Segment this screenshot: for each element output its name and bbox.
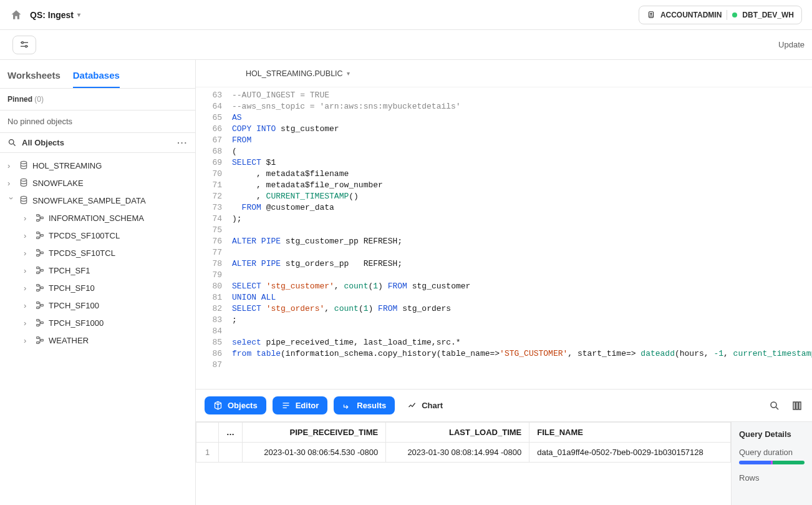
tree-schema[interactable]: ›TPCDS_SF100TCL	[0, 227, 195, 244]
code-line[interactable]: 83;	[196, 315, 812, 326]
line-number: 63	[196, 90, 232, 101]
code-line[interactable]: 70 , metadata$filename	[196, 169, 812, 180]
filter-button[interactable]	[12, 36, 36, 54]
context-pill[interactable]: ACCOUNTADMIN DBT_DEV_WH	[639, 6, 802, 24]
code-line[interactable]: 86from table(information_schema.copy_his…	[196, 348, 812, 360]
code-line[interactable]: 68(	[196, 146, 812, 157]
svg-rect-21	[41, 252, 43, 254]
tree-schema[interactable]: ›TPCH_SF1000	[0, 314, 195, 331]
code-content: --aws_sns_topic = 'arn:aws:sns:mybucketd…	[232, 101, 461, 112]
svg-point-11	[21, 179, 26, 181]
code-line[interactable]: 80SELECT 'stg_customer', count(1) FROM s…	[196, 281, 812, 292]
col-header[interactable]: PIPE_RECEIVED_TIME	[243, 423, 386, 443]
all-objects-header[interactable]: All Objects ···	[0, 133, 195, 153]
tree-schema[interactable]: ›TPCH_SF10	[0, 279, 195, 297]
worksheet-title[interactable]: QS: Ingest ▾	[30, 10, 80, 20]
code-line[interactable]: 76ALTER PIPE stg_customer_pp REFRESH;	[196, 236, 812, 247]
code-line[interactable]: 87	[196, 360, 812, 371]
objects-button[interactable]: Objects	[205, 396, 266, 414]
tree-label: HOL_STREAMING	[32, 161, 102, 170]
code-line[interactable]: 85select pipe_received_time, last_load_t…	[196, 337, 812, 348]
code-line[interactable]: 81UNION ALL	[196, 292, 812, 303]
tab-databases[interactable]: Databases	[73, 66, 120, 88]
code-line[interactable]: 64--aws_sns_topic = 'arn:aws:sns:mybucke…	[196, 101, 812, 112]
svg-rect-33	[41, 322, 43, 324]
code-line[interactable]: 67FROM	[196, 135, 812, 146]
line-number: 85	[196, 337, 232, 348]
svg-rect-14	[37, 220, 39, 222]
svg-line-9	[13, 144, 15, 145]
query-details-title: Query Details	[739, 429, 805, 439]
svg-rect-24	[41, 270, 43, 272]
code-content: , metadata$file_row_number	[232, 180, 383, 191]
table-row[interactable]: 1 2023-01-30 08:06:54.530 -0800 2023-01-…	[196, 443, 731, 463]
code-line[interactable]: 66COPY INTO stg_customer	[196, 124, 812, 135]
tree-schema[interactable]: ›INFORMATION_SCHEMA	[0, 209, 195, 227]
svg-rect-36	[41, 340, 43, 341]
tree-db-hol-streaming[interactable]: › HOL_STREAMING	[0, 157, 195, 174]
code-line[interactable]: 77	[196, 247, 812, 258]
code-line[interactable]: 79	[196, 270, 812, 281]
svg-rect-28	[37, 302, 39, 304]
col-header[interactable]: LAST_LOAD_TIME	[386, 423, 529, 443]
chevron-right-icon: ›	[24, 213, 31, 223]
sidebar: Worksheets Databases Pinned (0) No pinne…	[0, 60, 196, 505]
tree-schema[interactable]: ›TPCDS_SF10TCL	[0, 244, 195, 262]
tree-db-snowflake[interactable]: › SNOWFLAKE	[0, 174, 195, 192]
svg-rect-35	[37, 342, 39, 344]
tree-db-sample-data[interactable]: › SNOWFLAKE_SAMPLE_DATA	[0, 192, 195, 209]
code-line[interactable]: 63--AUTO_INGEST = TRUE	[196, 90, 812, 101]
tree-label: WEATHER	[49, 336, 89, 345]
editor-button[interactable]: Editor	[273, 396, 328, 414]
more-icon[interactable]: ···	[177, 138, 188, 147]
code-line[interactable]: 69SELECT $1	[196, 157, 812, 169]
tree-label: TPCDS_SF10TCL	[49, 248, 115, 258]
context-db-schema: HOL_STREAMING.PUBLIC	[246, 69, 343, 78]
results-table[interactable]: … PIPE_RECEIVED_TIME LAST_LOAD_TIME FILE…	[196, 422, 731, 505]
chevron-right-icon: ›	[24, 283, 31, 293]
lines-icon	[281, 401, 291, 410]
search-icon[interactable]	[7, 138, 17, 147]
col-header[interactable]: FILE_NAME	[529, 423, 731, 443]
code-content: , metadata$filename	[232, 169, 349, 180]
code-line[interactable]: 78ALTER PIPE stg_orders_pp REFRESH;	[196, 258, 812, 270]
search-icon[interactable]	[768, 400, 781, 412]
column-menu-header[interactable]: …	[219, 423, 243, 443]
code-line[interactable]: 74);	[196, 213, 812, 225]
columns-icon[interactable]	[791, 400, 803, 412]
home-icon[interactable]	[10, 9, 22, 21]
pinned-label: Pinned	[7, 95, 32, 104]
database-icon	[19, 195, 29, 205]
code-content: --AUTO_INGEST = TRUE	[232, 90, 329, 101]
chart-icon	[407, 401, 417, 410]
code-line[interactable]: 71 , metadata$file_row_number	[196, 180, 812, 191]
return-icon	[342, 401, 352, 410]
tree-schema[interactable]: ›WEATHER	[0, 331, 195, 349]
code-line[interactable]: 84	[196, 326, 812, 337]
cell: 2023-01-30 08:06:54.530 -0800	[243, 443, 386, 463]
pinned-header: Pinned (0)	[0, 89, 195, 110]
row-number: 1	[196, 443, 219, 463]
code-editor[interactable]: 63--AUTO_INGEST = TRUE64--aws_sns_topic …	[196, 87, 812, 389]
all-objects-label: All Objects	[22, 138, 64, 147]
tree-schema[interactable]: ›TPCH_SF100	[0, 297, 195, 314]
tab-worksheets[interactable]: Worksheets	[7, 66, 60, 88]
editor-area: HOL_STREAMING.PUBLIC ▾ 63--AUTO_INGEST =…	[196, 60, 812, 505]
code-line[interactable]: 72 , CURRENT_TIMESTAMP()	[196, 191, 812, 202]
top-bar: QS: Ingest ▾ ACCOUNTADMIN DBT_DEV_WH	[0, 0, 812, 30]
svg-rect-25	[37, 285, 39, 287]
context-selector[interactable]: HOL_STREAMING.PUBLIC ▾	[196, 60, 812, 87]
chart-button[interactable]: Chart	[401, 396, 449, 414]
code-content: (	[232, 146, 237, 157]
code-line[interactable]: 65AS	[196, 112, 812, 124]
code-line[interactable]: 75	[196, 225, 812, 236]
pinned-count: (0)	[34, 95, 44, 104]
tree-schema[interactable]: ›TPCH_SF1	[0, 262, 195, 279]
line-number: 72	[196, 191, 232, 202]
code-line[interactable]: 73 FROM @customer_data	[196, 202, 812, 213]
line-number: 86	[196, 348, 232, 360]
query-duration-label: Query duration	[739, 448, 805, 457]
tree-label: TPCH_SF1000	[49, 318, 104, 328]
code-line[interactable]: 82SELECT 'stg_orders', count(1) FROM stg…	[196, 303, 812, 315]
results-button[interactable]: Results	[334, 396, 395, 414]
